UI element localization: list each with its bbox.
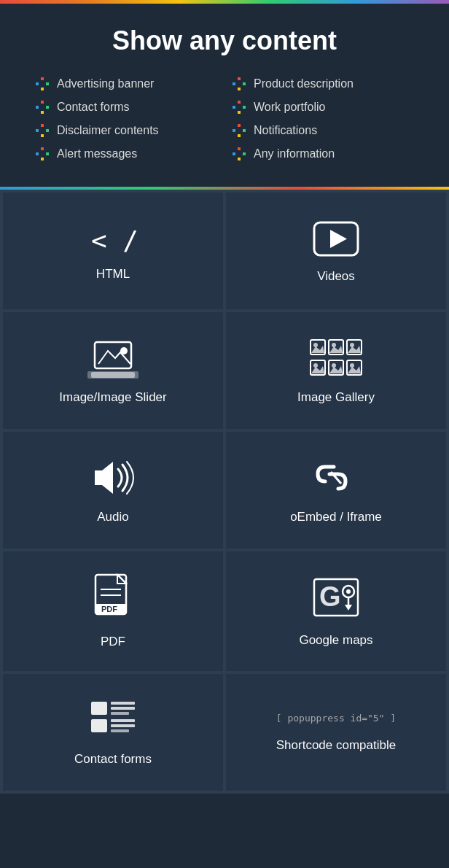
- feature-item-product: Product description: [232, 77, 414, 91]
- oembed-label: oEmbed / Iframe: [290, 510, 382, 524]
- shortcode-label: Shortcode compatible: [276, 738, 396, 753]
- grid-item-image-slider[interactable]: Image/Image Slider: [3, 312, 223, 429]
- link-icon: [311, 456, 362, 500]
- svg-rect-13: [233, 106, 235, 109]
- svg-rect-0: [41, 77, 44, 80]
- svg-rect-21: [233, 129, 235, 132]
- pdf-label: PDF: [101, 635, 125, 649]
- image-gallery-label: Image Gallery: [297, 390, 375, 405]
- feature-list: Advertising banner Product description: [35, 77, 414, 161]
- feature-item-contact: Contact forms: [35, 100, 217, 115]
- svg-marker-64: [345, 605, 352, 611]
- image-gallery-icon: [307, 336, 365, 380]
- svg-rect-3: [41, 88, 44, 90]
- svg-rect-18: [46, 129, 49, 132]
- svg-marker-54: [117, 575, 126, 584]
- svg-rect-29: [233, 152, 235, 155]
- svg-rect-68: [111, 712, 129, 715]
- svg-rect-2: [46, 82, 49, 85]
- svg-rect-38: [91, 372, 135, 378]
- feature-item-advertising: Advertising banner: [35, 77, 217, 91]
- svg-rect-72: [111, 729, 129, 732]
- grid-item-google-maps[interactable]: G Google maps: [226, 551, 446, 671]
- html-label: HTML: [96, 267, 130, 282]
- svg-rect-5: [233, 82, 235, 85]
- map-icon: G: [311, 576, 362, 623]
- svg-text:< />: < />: [91, 225, 138, 255]
- svg-rect-10: [46, 106, 49, 109]
- contact-forms-label: Contact forms: [74, 752, 152, 767]
- feature-label-portfolio: Work portfolio: [254, 101, 325, 114]
- svg-rect-66: [111, 702, 135, 705]
- svg-rect-9: [36, 106, 39, 109]
- svg-rect-11: [41, 111, 44, 114]
- diamond-icon-5: [35, 123, 50, 138]
- svg-rect-15: [238, 111, 241, 114]
- audio-icon: [87, 456, 138, 500]
- diamond-icon-6: [232, 123, 246, 138]
- svg-rect-1: [36, 82, 39, 85]
- contact-forms-icon: [87, 698, 138, 742]
- feature-label-alert: Alert messages: [57, 147, 137, 160]
- header-section: Show any content Advertising banner: [0, 4, 449, 187]
- feature-item-portfolio: Work portfolio: [232, 100, 414, 115]
- diamond-icon-1: [35, 77, 50, 91]
- svg-rect-4: [238, 77, 241, 80]
- svg-rect-16: [41, 124, 44, 127]
- audio-label: Audio: [97, 510, 128, 524]
- feature-label-notifications: Notifications: [254, 124, 317, 137]
- google-maps-label: Google maps: [299, 633, 372, 648]
- videos-label: Videos: [317, 269, 355, 284]
- code-icon: < />: [87, 220, 138, 257]
- svg-rect-17: [36, 129, 39, 132]
- feature-label-any-info: Any information: [254, 147, 335, 160]
- svg-rect-7: [238, 88, 241, 90]
- svg-rect-20: [238, 124, 241, 127]
- feature-item-alert: Alert messages: [35, 147, 217, 161]
- svg-rect-24: [41, 147, 44, 150]
- svg-rect-23: [238, 134, 241, 137]
- svg-rect-71: [111, 724, 135, 727]
- grid-item-html[interactable]: < /> HTML: [3, 193, 223, 309]
- svg-rect-65: [91, 702, 107, 715]
- grid-item-audio[interactable]: Audio: [3, 432, 223, 549]
- diamond-icon-4: [232, 100, 246, 115]
- diamond-icon-3: [35, 100, 50, 115]
- diamond-icon-7: [35, 147, 50, 161]
- svg-text:G: G: [319, 581, 341, 612]
- feature-label-product: Product description: [254, 77, 354, 90]
- content-grid: < /> HTML Videos: [0, 190, 449, 794]
- diamond-icon-8: [232, 147, 246, 161]
- diamond-icon-2: [232, 77, 246, 91]
- feature-label-disclaimer: Disclaimer contents: [57, 124, 159, 137]
- svg-rect-69: [91, 719, 107, 732]
- feature-item-disclaimer: Disclaimer contents: [35, 123, 217, 138]
- svg-rect-30: [243, 152, 246, 155]
- svg-rect-67: [111, 707, 135, 710]
- svg-rect-12: [238, 101, 241, 104]
- grid-item-videos[interactable]: Videos: [226, 193, 446, 309]
- feature-label-advertising: Advertising banner: [57, 77, 154, 90]
- svg-rect-14: [243, 106, 246, 109]
- grid-item-image-gallery[interactable]: Image Gallery: [226, 312, 446, 429]
- page-title: Show any content: [15, 26, 434, 56]
- feature-item-any-info: Any information: [232, 147, 414, 161]
- svg-rect-19: [41, 134, 44, 137]
- svg-point-36: [120, 347, 128, 354]
- svg-rect-26: [46, 152, 49, 155]
- svg-marker-34: [330, 230, 347, 248]
- svg-rect-70: [111, 719, 135, 722]
- svg-rect-28: [238, 147, 241, 150]
- shortcode-text: [ popuppress id="5" ]: [276, 713, 396, 724]
- svg-rect-22: [243, 129, 246, 132]
- svg-rect-6: [243, 82, 246, 85]
- grid-item-contact-forms[interactable]: Contact forms: [3, 674, 223, 791]
- video-icon: [311, 219, 362, 259]
- image-slider-icon: [87, 336, 138, 380]
- grid-item-pdf[interactable]: PDF PDF: [3, 551, 223, 671]
- svg-text:PDF: PDF: [101, 605, 117, 613]
- image-slider-label: Image/Image Slider: [59, 390, 166, 405]
- grid-item-shortcode[interactable]: [ popuppress id="5" ] Shortcode compatib…: [226, 674, 446, 791]
- svg-point-62: [346, 589, 351, 594]
- grid-item-oembed[interactable]: oEmbed / Iframe: [226, 432, 446, 549]
